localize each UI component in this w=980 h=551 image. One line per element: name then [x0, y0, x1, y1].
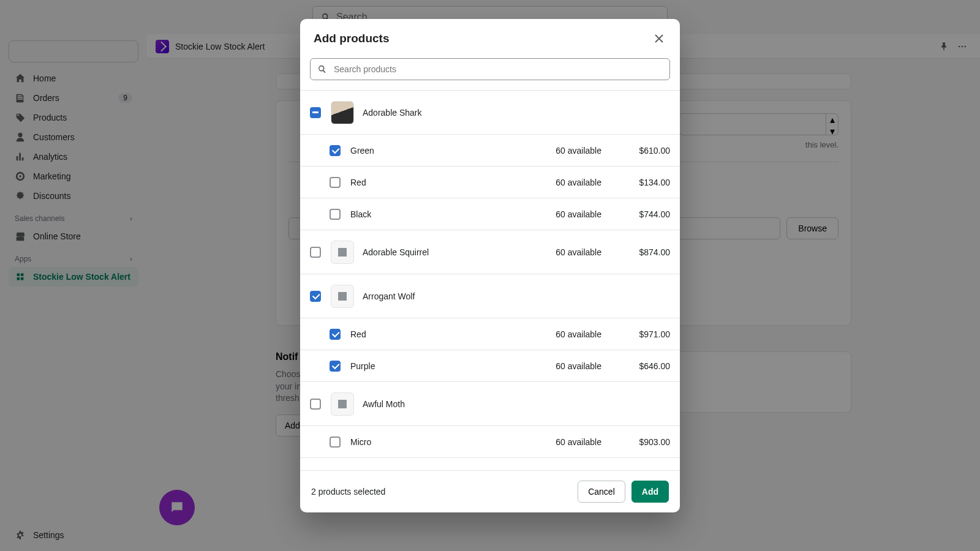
selected-count: 2 products selected [311, 487, 385, 497]
product-thumbnail [331, 241, 354, 264]
product-thumbnail [331, 392, 354, 416]
variant-available: 60 available [556, 178, 601, 187]
modal-title: Add products [314, 32, 390, 45]
product-name: Arrogant Wolf [363, 291, 415, 301]
variant-available: 60 available [556, 437, 601, 447]
product-search-input[interactable] [334, 64, 663, 74]
variant-name: Green [350, 146, 374, 156]
checkbox[interactable] [310, 399, 321, 410]
checkbox[interactable] [330, 329, 341, 340]
add-products-modal: Add products Adorable Shark Green 60 ava… [300, 19, 680, 512]
product-row[interactable]: Arrogant Wolf [300, 274, 680, 318]
product-row[interactable]: Adorable Squirrel 60 available $874.00 [300, 230, 680, 274]
product-name: Adorable Squirrel [363, 247, 429, 257]
variant-row[interactable]: Micro 60 available $903.00 [300, 426, 680, 458]
product-name: Adorable Shark [363, 108, 422, 118]
variant-name: Purple [350, 361, 375, 371]
product-list: Adorable Shark Green 60 available $610.0… [300, 90, 680, 470]
product-row[interactable]: Awful Moth [300, 382, 680, 426]
checkbox[interactable] [310, 107, 321, 118]
product-available: 60 available [556, 247, 601, 257]
modal-footer: 2 products selected Cancel Add [300, 470, 680, 512]
variant-price: $744.00 [616, 209, 670, 219]
image-icon [336, 398, 349, 410]
checkbox[interactable] [330, 145, 341, 156]
product-thumbnail [331, 101, 354, 124]
add-button[interactable]: Add [631, 481, 669, 503]
variant-row[interactable]: Purple 60 available $646.00 [300, 350, 680, 382]
variant-name: Micro [350, 437, 371, 447]
variant-row-partial [300, 458, 680, 470]
variant-available: 60 available [556, 209, 601, 219]
close-icon [653, 32, 665, 45]
product-row[interactable]: Adorable Shark [300, 91, 680, 135]
variant-name: Red [350, 329, 366, 339]
cancel-button[interactable]: Cancel [578, 481, 625, 503]
variant-price: $610.00 [616, 146, 670, 156]
variant-price: $903.00 [616, 437, 670, 447]
product-price: $874.00 [616, 247, 670, 257]
checkbox[interactable] [330, 209, 341, 220]
checkbox[interactable] [330, 437, 341, 448]
checkbox[interactable] [310, 291, 321, 302]
checkbox[interactable] [330, 361, 341, 372]
variant-row[interactable]: Red 60 available $134.00 [300, 167, 680, 198]
variant-row[interactable]: Green 60 available $610.00 [300, 135, 680, 167]
variant-row[interactable]: Red 60 available $971.00 [300, 318, 680, 350]
product-name: Awful Moth [363, 399, 405, 409]
close-button[interactable] [652, 31, 666, 46]
checkbox[interactable] [330, 177, 341, 188]
variant-available: 60 available [556, 329, 601, 339]
checkbox[interactable] [310, 247, 321, 258]
image-icon [336, 246, 349, 258]
product-thumbnail [331, 285, 354, 308]
product-search[interactable] [310, 58, 670, 80]
image-icon [336, 290, 349, 302]
search-icon [317, 64, 328, 75]
variant-price: $134.00 [616, 178, 670, 187]
variant-name: Red [350, 178, 366, 187]
variant-name: Black [350, 209, 371, 219]
variant-price: $971.00 [616, 329, 670, 339]
variant-price: $646.00 [616, 361, 670, 371]
variant-available: 60 available [556, 146, 601, 156]
variant-row[interactable]: Black 60 available $744.00 [300, 198, 680, 230]
variant-available: 60 available [556, 361, 601, 371]
